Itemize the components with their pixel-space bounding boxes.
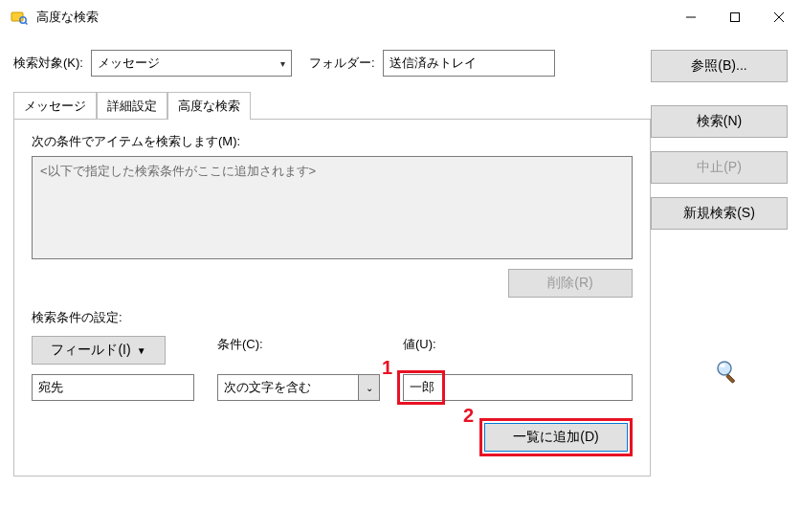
tab-more-choices[interactable]: 詳細設定 <box>97 92 167 119</box>
minimize-button[interactable] <box>669 2 713 33</box>
value-label: 値(U): <box>403 336 633 365</box>
folder-label: フォルダー: <box>309 55 375 72</box>
field-button-label: フィールド(I) <box>51 342 130 359</box>
tab-advanced[interactable]: 高度な検索 <box>167 92 251 120</box>
app-icon <box>10 8 29 27</box>
condition-value: 次の文字を含む <box>224 379 311 396</box>
add-to-list-button[interactable]: 一覧に追加(D) <box>484 423 628 452</box>
stop-button[interactable]: 中止(P) <box>651 151 788 184</box>
condition-label: 条件(C): <box>217 336 380 365</box>
criteria-list[interactable]: <以下で指定した検索条件がここに追加されます> <box>32 156 633 259</box>
find-items-label: 次の条件でアイテムを検索します(M): <box>32 133 633 150</box>
svg-line-2 <box>25 22 27 24</box>
svg-point-8 <box>720 364 725 367</box>
close-button[interactable] <box>757 2 801 33</box>
annotation-box-2: 一覧に追加(D) <box>479 418 633 456</box>
field-button[interactable]: フィールド(I) ▼ <box>32 336 166 365</box>
tab-strip: メッセージ 詳細設定 高度な検索 <box>13 92 651 119</box>
svg-point-7 <box>718 362 731 375</box>
triangle-down-icon: ▼ <box>137 345 146 356</box>
tab-messages[interactable]: メッセージ <box>13 92 97 119</box>
advanced-tab-panel: 次の条件でアイテムを検索します(M): <以下で指定した検索条件がここに追加され… <box>13 119 651 477</box>
condition-select[interactable]: 次の文字を含む ⌄ <box>217 374 380 401</box>
new-search-button[interactable]: 新規検索(S) <box>651 197 788 230</box>
field-input[interactable]: 宛先 <box>32 374 194 401</box>
field-input-value: 宛先 <box>38 379 63 396</box>
folder-value: 送信済みトレイ <box>389 55 477 72</box>
annotation-box-1 <box>397 370 445 405</box>
look-for-select[interactable]: メッセージ ▾ <box>91 50 292 77</box>
define-criteria-label: 検索条件の設定: <box>32 309 633 326</box>
magnifier-icon <box>715 359 740 387</box>
chevron-down-icon: ⌄ <box>359 374 380 401</box>
chevron-down-icon: ▾ <box>280 58 285 69</box>
folder-value-box: 送信済みトレイ <box>383 50 555 77</box>
look-for-value: メッセージ <box>98 55 160 72</box>
browse-button[interactable]: 参照(B)... <box>651 50 788 82</box>
window-title: 高度な検索 <box>36 9 99 26</box>
annotation-number-1: 1 <box>382 357 392 379</box>
maximize-button[interactable] <box>713 2 757 33</box>
criteria-placeholder: <以下で指定した検索条件がここに追加されます> <box>40 164 316 178</box>
search-button[interactable]: 検索(N) <box>651 105 788 138</box>
search-scope-row: 検索対象(K): メッセージ ▾ フォルダー: 送信済みトレイ <box>13 44 651 82</box>
svg-rect-4 <box>731 13 740 22</box>
annotation-number-2: 2 <box>463 405 474 427</box>
remove-button[interactable]: 削除(R) <box>508 269 633 298</box>
look-for-label: 検索対象(K): <box>13 55 83 72</box>
title-bar: 高度な検索 <box>0 0 801 34</box>
svg-rect-9 <box>726 374 736 384</box>
